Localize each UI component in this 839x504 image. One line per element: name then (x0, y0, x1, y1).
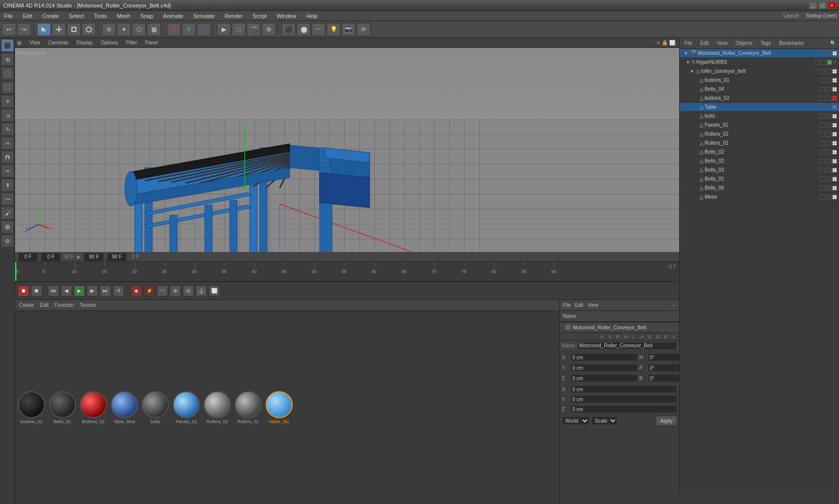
om-file[interactable]: File (683, 40, 694, 46)
size-x-input[interactable] (570, 385, 677, 393)
blt2b-color[interactable] (832, 159, 837, 164)
rotate-tool[interactable] (82, 23, 96, 36)
stop-btn[interactable]: ⏹ (31, 285, 42, 296)
move-tool[interactable] (52, 23, 66, 36)
viewport-4[interactable]: ⊞ (1, 53, 14, 66)
b02-dot2[interactable] (826, 96, 831, 101)
play-btn[interactable]: ▶ (74, 285, 85, 296)
z-axis[interactable]: Z (197, 23, 211, 36)
apply-button[interactable]: Apply (656, 416, 677, 426)
frame-fps-input[interactable] (107, 252, 127, 261)
menu-script[interactable]: Script (251, 12, 269, 20)
coord-x-input[interactable] (570, 353, 638, 361)
blt2a-dot2[interactable] (826, 150, 831, 155)
r01-dot2[interactable] (826, 141, 831, 146)
om-tags[interactable]: Tags (759, 40, 773, 46)
live-selection[interactable] (1, 67, 14, 80)
mtr-color[interactable] (832, 195, 837, 200)
loop-btn[interactable]: ↺ (113, 285, 124, 296)
material-item-panels01[interactable]: Panels_01 (173, 391, 200, 424)
hn-dot2[interactable] (821, 60, 826, 65)
menu-render[interactable]: Render (223, 12, 245, 20)
pnl-dot1[interactable] (820, 123, 825, 128)
add-camera[interactable]: 📷 (342, 23, 356, 36)
material-item-bolts[interactable]: bolts (142, 391, 169, 424)
vp-menu-filter[interactable]: Filter (124, 39, 139, 46)
go-start-btn[interactable]: ⏮ (48, 285, 59, 296)
material-item-belts01[interactable]: Belts_01 (49, 391, 76, 424)
spline-btn[interactable]: 〜 (1, 193, 14, 206)
magnet-btn[interactable] (1, 151, 14, 164)
object-mode[interactable] (102, 23, 116, 36)
conveyor-expand[interactable]: ▼ (690, 69, 695, 74)
fcurve-btn[interactable]: ⚓ (196, 285, 207, 296)
viewport-3d[interactable]: Perspective X Y Z (15, 48, 679, 252)
r02-color[interactable] (832, 132, 837, 137)
coords-menu-view[interactable]: View (587, 302, 598, 308)
menu-select[interactable]: Select (67, 12, 86, 20)
menu-edit[interactable]: Edit (21, 12, 34, 20)
menu-animate[interactable]: Animate (161, 12, 185, 20)
vp-menu-view[interactable]: View (27, 39, 42, 46)
mocca-btn[interactable]: ⊕ (170, 285, 181, 296)
menu-mesh[interactable]: Mesh (115, 12, 132, 20)
material-item-rollers01[interactable]: Rollers_01 (235, 391, 262, 424)
om-bookmarks[interactable]: Bookmarks (778, 40, 806, 46)
menu-snap[interactable]: Snap (138, 12, 155, 20)
blt1-dot1[interactable] (820, 177, 825, 182)
material-item-buttons02[interactable]: Buttons_02 (80, 391, 107, 424)
mtr-dot2[interactable] (826, 195, 831, 200)
blt04-dot1[interactable] (820, 87, 825, 92)
obj-row-buttons02[interactable]: ▶ △ buttons_02 (680, 94, 839, 103)
mat-menu-function[interactable]: Function (54, 302, 73, 308)
edge-mode[interactable]: ⬡ (132, 23, 146, 36)
x-axis[interactable]: X (167, 23, 181, 36)
vp-menu-display[interactable]: Display (74, 39, 95, 46)
viewport-single[interactable]: ⬛ (1, 39, 14, 52)
obj-row-conveyor[interactable]: ▼ △ roller_conveyor_belt (680, 67, 839, 76)
hn-color[interactable] (827, 60, 832, 65)
obj-row-rollers02[interactable]: ▶ △ Rollers_02 (680, 130, 839, 139)
maximize-button[interactable]: □ (819, 2, 827, 9)
blt-dot1[interactable] (820, 114, 825, 119)
b01-dot1[interactable] (820, 78, 825, 83)
select-tool[interactable] (37, 23, 51, 36)
poly-mode[interactable]: ▦ (147, 23, 161, 36)
obj-row-belts03[interactable]: ▶ △ Belts_03 (680, 166, 839, 175)
mat-menu-create[interactable]: Create (19, 302, 34, 308)
extrude-btn[interactable]: ⬆ (1, 179, 14, 192)
obj-row-motor[interactable]: ▶ △ Motor (680, 193, 839, 202)
rect-selection[interactable] (1, 81, 14, 94)
obj-row-belts04[interactable]: ▶ △ Belts_04 (680, 85, 839, 94)
blt2b-dot2[interactable] (826, 159, 831, 164)
menu-file[interactable]: File (2, 12, 15, 20)
add-cube[interactable]: ⬛ (282, 23, 296, 36)
blt6-dot2[interactable] (826, 186, 831, 191)
tbl-color[interactable] (832, 105, 837, 110)
root-expand[interactable]: ▼ (684, 51, 689, 56)
r02-dot2[interactable] (826, 132, 831, 137)
obj-row-rollers01[interactable]: ▶ △ Rollers_01 (680, 139, 839, 148)
obj-row-belts02a[interactable]: ▶ △ Belts_02 (680, 148, 839, 157)
coords-menu-edit[interactable]: Edit (575, 302, 583, 308)
misc-btn[interactable]: ⚙ (1, 235, 14, 248)
name-field-input[interactable] (577, 342, 677, 350)
vp-menu-options[interactable]: Options (99, 39, 120, 46)
tbl-dot1[interactable] (820, 105, 825, 110)
root-color[interactable] (832, 51, 837, 56)
render-region[interactable]: □ (232, 23, 246, 36)
conv-color[interactable] (832, 69, 837, 74)
blt6-dot1[interactable] (820, 186, 825, 191)
scale-tool[interactable] (67, 23, 81, 36)
material-item-motorblue[interactable]: Motor_blu (266, 391, 293, 424)
motion-path-btn[interactable]: 〰 (157, 285, 168, 296)
render-picture[interactable]: 🎬 (247, 23, 261, 36)
blt3-dot2[interactable] (826, 168, 831, 173)
size-z-input[interactable] (570, 405, 677, 413)
root-dot2[interactable] (826, 51, 831, 56)
om-edit[interactable]: Edit (699, 40, 710, 46)
render-preview-btn[interactable]: ⬜ (209, 285, 220, 296)
om-objects[interactable]: Objects (734, 40, 754, 46)
r01-color[interactable] (832, 141, 837, 146)
rotate-btn[interactable]: ↻ (1, 123, 14, 136)
